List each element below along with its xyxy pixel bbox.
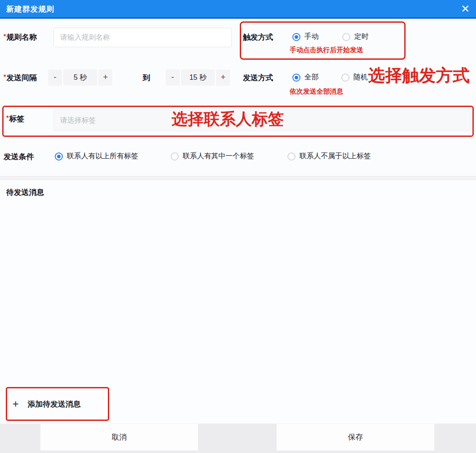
pending-messages-area xyxy=(0,181,476,424)
add-pending-message-button[interactable]: + 添加待发送消息 xyxy=(12,399,81,409)
radio-label: 手动 xyxy=(304,32,319,41)
dialog-footer: 取消 保存 xyxy=(0,424,476,453)
add-button-label: 添加待发送消息 xyxy=(28,399,81,409)
plus-icon: + xyxy=(12,399,19,409)
section-divider xyxy=(0,176,476,180)
radio-label: 随机 xyxy=(353,73,368,82)
condition-option-not-tags[interactable]: 联系人不属于以上标签 xyxy=(287,152,371,161)
interval-to-label: 到 xyxy=(143,73,150,83)
condition-option-one-tag[interactable]: 联系人有其中一个标签 xyxy=(171,152,254,161)
save-button[interactable]: 保存 xyxy=(276,424,435,451)
radio-label: 全部 xyxy=(304,73,319,82)
radio-checked-icon xyxy=(292,74,300,82)
required-asterisk: * xyxy=(6,114,8,121)
interval-min-value: 5 秒 xyxy=(63,70,97,86)
trigger-option-manual[interactable]: 手动 xyxy=(292,32,319,41)
trigger-callout-text: 选择触发方式 xyxy=(368,67,470,84)
send-mode-label: 发送方式 xyxy=(243,73,273,83)
send-condition-label: 发送条件 xyxy=(4,152,34,162)
dialog-header: 新建群发规则 ✕ xyxy=(0,0,476,19)
radio-label: 定时 xyxy=(354,32,369,41)
tags-label: *标签 xyxy=(6,114,24,124)
radio-unchecked-icon xyxy=(342,33,350,41)
interval-label: *发送间隔 xyxy=(4,73,37,83)
condition-option-all-tags[interactable]: 联系人有以上所有标签 xyxy=(55,152,138,161)
radio-label: 联系人有以上所有标签 xyxy=(67,152,138,161)
interval-max-increase-button[interactable]: + xyxy=(216,70,230,86)
radio-unchecked-icon xyxy=(287,152,295,161)
send-mode-note: 依次发送全部消息 xyxy=(290,87,343,96)
radio-label: 联系人有其中一个标签 xyxy=(183,152,254,161)
dialog-title: 新建群发规则 xyxy=(6,0,54,19)
required-asterisk: * xyxy=(4,33,6,40)
radio-unchecked-icon xyxy=(171,152,179,161)
radio-label: 联系人不属于以上标签 xyxy=(300,152,371,161)
rule-name-label: *规则名称 xyxy=(4,32,37,42)
pending-messages-label: 待发送消息 xyxy=(6,187,44,198)
tags-callout-text: 选择联系人标签 xyxy=(172,111,284,127)
interval-max-decrease-button[interactable]: - xyxy=(166,70,180,86)
interval-min-decrease-button[interactable]: - xyxy=(48,70,62,86)
trigger-option-timed[interactable]: 定时 xyxy=(342,32,369,41)
radio-unchecked-icon xyxy=(341,74,349,82)
new-broadcast-rule-dialog: 新建群发规则 ✕ *规则名称 触发方式 手动 定时 手动点击执行后开始发送 *发… xyxy=(0,0,476,453)
send-mode-option-all[interactable]: 全部 xyxy=(292,73,319,82)
rule-name-input[interactable] xyxy=(53,28,232,47)
interval-max-value: 15 秒 xyxy=(181,70,215,86)
trigger-method-label: 触发方式 xyxy=(243,32,273,42)
cancel-button[interactable]: 取消 xyxy=(40,424,198,451)
required-asterisk: * xyxy=(4,73,6,80)
trigger-note: 手动点击执行后开始发送 xyxy=(290,46,363,54)
radio-checked-icon xyxy=(55,152,63,161)
close-icon[interactable]: ✕ xyxy=(461,0,470,18)
radio-checked-icon xyxy=(292,33,300,41)
interval-min-increase-button[interactable]: + xyxy=(98,70,112,86)
send-mode-option-random[interactable]: 随机 xyxy=(341,73,368,82)
